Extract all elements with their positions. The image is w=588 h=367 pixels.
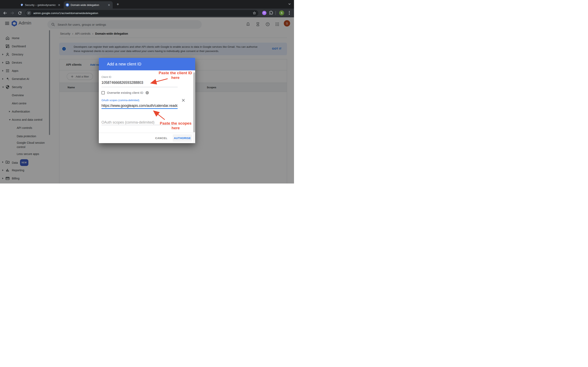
authorise-button[interactable]: AUTHORISE [173,134,192,142]
arrow-to-scopes [154,111,165,120]
tab-title: Domain-wide delegation [71,3,105,7]
dialog-body: Client ID 105874666826593288803 Paste th… [99,70,195,143]
modal-scrollbar-track[interactable] [193,70,195,143]
forward-button[interactable] [10,11,15,15]
clear-field-icon[interactable] [182,99,185,102]
overwrite-row: Overwrite existing client ID i [102,91,149,94]
extensions-puzzle-icon[interactable] [269,11,273,15]
tab-domain-wide-delegation[interactable]: Domain-wide delegation ✕ [64,1,113,8]
client-id-label: Client ID [102,76,111,78]
admin-page: Admin Search for users, groups or settin… [0,17,294,184]
oauth-scopes-focus-underline [102,108,178,109]
browser-profile-avatar[interactable]: S [279,10,284,16]
bookmark-star-icon[interactable] [252,11,256,15]
shield-favicon-icon [20,3,23,7]
toolbar-separator [276,11,276,15]
cancel-button[interactable]: CANCEL [155,137,167,140]
address-bar[interactable]: admin.google.com/u/1/ac/owl/domainwidede… [26,10,258,16]
browser-chrome: Security – getdevdynamics.co ✕ Domain-wi… [0,0,294,17]
url-text: admin.google.com/u/1/ac/owl/domainwidede… [33,12,98,15]
tab-title: Security – getdevdynamics.co [25,3,56,7]
tab-security[interactable]: Security – getdevdynamics.co ✕ [18,1,63,8]
overwrite-checkbox[interactable] [102,91,105,94]
back-button[interactable] [3,11,7,15]
tab-strip: Security – getdevdynamics.co ✕ Domain-wi… [0,0,294,8]
site-info-icon[interactable] [26,11,31,16]
annotation-client-id: Paste the client ID here [159,71,192,80]
tab-search-chevron-icon[interactable] [288,2,291,6]
tab-close-icon[interactable]: ✕ [57,3,61,7]
add-client-id-dialog: Add a new client ID Client ID 1058746668… [99,58,195,143]
oauth-scopes-input-2[interactable]: OAuth scopes (comma-delimited) [102,120,155,125]
oauth-scopes-input[interactable]: https://www.googleapis.com/auth/calendar… [102,104,178,108]
client-id-underline [102,87,178,87]
dialog-title: Add a new client ID [99,58,195,70]
oauth-scopes-label: OAuth scopes (comma-delimited) [102,99,139,102]
extension-avatar-icon[interactable]: ••• [262,11,267,15]
dialog-footer: CANCEL AUTHORISE [99,133,195,143]
overwrite-label: Overwrite existing client ID [107,91,143,94]
browser-toolbar: admin.google.com/u/1/ac/owl/domainwidede… [0,8,294,17]
admin-favicon-icon [66,3,69,7]
browser-menu-icon[interactable] [289,11,290,15]
reload-button[interactable] [17,11,22,15]
client-id-input[interactable]: 105874666826593288803 [102,81,178,85]
modal-scrollbar-thumb[interactable] [193,72,195,132]
tab-close-icon[interactable]: ✕ [107,3,111,7]
annotation-scopes: Paste the scopes here [160,121,191,130]
new-tab-button[interactable]: + [116,2,120,7]
overwrite-info-icon[interactable]: i [146,91,149,94]
